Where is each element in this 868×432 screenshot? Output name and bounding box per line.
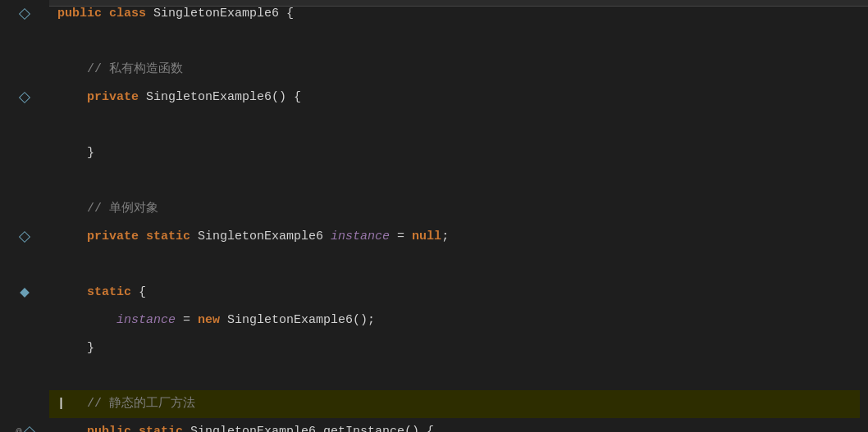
- code-line-7: [57, 167, 860, 195]
- code-line-4: private SingletonExample6() {: [57, 84, 860, 111]
- token-classname: SingletonExample6 {: [153, 0, 294, 28]
- token-indent: [57, 195, 87, 223]
- breakpoint-icon: [19, 92, 30, 103]
- code-line-9: private static SingletonExample6 instanc…: [57, 223, 860, 251]
- breakpoint-icon: [24, 426, 35, 432]
- code-editor: @ public class SingletonExample6 { // 私有…: [0, 0, 868, 432]
- code-content: public class SingletonExample6 { // 私有构造…: [49, 0, 868, 432]
- gutter-line-8: [0, 195, 49, 223]
- token-instance-1: instance: [331, 223, 390, 251]
- gutter-line-2: [0, 28, 49, 56]
- token-assign: =: [390, 223, 412, 251]
- token-indent: [57, 334, 87, 362]
- token-indent: [57, 279, 87, 307]
- gutter-line-13: [0, 334, 49, 362]
- code-line-5: [57, 111, 860, 139]
- token-new: new: [198, 307, 227, 334]
- token-assign-2: =: [176, 307, 198, 334]
- token-class: class: [109, 0, 153, 28]
- token-indent: [57, 84, 87, 111]
- token-return-type: SingletonExample6 getInstance() {: [190, 418, 434, 432]
- token-static-2: static: [87, 279, 139, 307]
- gutter-line-14: [0, 362, 49, 390]
- code-line-10: [57, 251, 860, 279]
- token-instance-2: instance: [116, 307, 176, 334]
- gutter-line-16: @: [0, 418, 49, 432]
- gutter-line-6: [0, 139, 49, 167]
- token-constructor: SingletonExample6() {: [146, 84, 301, 111]
- token-semi: ;: [441, 223, 449, 251]
- gutter-line-9: [0, 223, 49, 251]
- breakpoint-small-icon: [20, 288, 29, 297]
- token-type: SingletonExample6: [198, 223, 331, 251]
- code-line-16: public static SingletonExample6 getInsta…: [57, 418, 860, 432]
- code-line-15: | // 静态的工厂方法: [49, 390, 860, 418]
- token-comment-1: // 私有构造函数: [87, 56, 183, 84]
- token-private-2: private: [87, 223, 146, 251]
- token-indent: [57, 139, 87, 167]
- code-line-6: }: [57, 139, 860, 167]
- token-comment-3: // 静态的工厂方法: [87, 390, 195, 418]
- gutter-line-7: [0, 167, 49, 195]
- token-open-brace: {: [139, 279, 146, 307]
- code-line-3: // 私有构造函数: [57, 56, 860, 84]
- token-indent-2: [57, 307, 116, 334]
- token-indent: [57, 418, 87, 432]
- gutter-line-12: [0, 307, 49, 334]
- token-indent: [57, 56, 87, 84]
- token-new-class: SingletonExample6();: [227, 307, 375, 334]
- code-gutter: @: [0, 0, 49, 432]
- code-line-14: [57, 362, 860, 390]
- gutter-line-15: [0, 390, 49, 418]
- gutter-line-11: [0, 279, 49, 307]
- token-static: static: [146, 223, 198, 251]
- token-null: null: [412, 223, 441, 251]
- token-close-brace-2: }: [87, 334, 94, 362]
- gutter-line-3: [0, 56, 49, 84]
- token-public-2: public: [87, 418, 139, 432]
- cursor-bar: |: [57, 390, 65, 418]
- token-static-3: static: [139, 418, 190, 432]
- token-close-brace: }: [87, 139, 94, 167]
- code-line-8: // 单例对象: [57, 195, 860, 223]
- code-line-11: static {: [57, 279, 860, 307]
- code-line-12: instance = new SingletonExample6();: [57, 307, 860, 334]
- token-public: public: [57, 0, 109, 28]
- code-line-1: public class SingletonExample6 {: [57, 0, 860, 28]
- token-indent: [57, 223, 87, 251]
- token-indent-hl: [65, 390, 87, 418]
- token-comment-2: // 单例对象: [87, 195, 158, 223]
- at-icon: @: [16, 426, 22, 433]
- breakpoint-icon: [19, 8, 30, 20]
- gutter-line-4: [0, 84, 49, 111]
- code-line-2: [57, 28, 860, 56]
- gutter-line-1: [0, 0, 49, 28]
- code-line-13: }: [57, 334, 860, 362]
- gutter-line-10: [0, 251, 49, 279]
- token-private: private: [87, 84, 146, 111]
- gutter-line-5: [0, 111, 49, 139]
- breakpoint-icon: [19, 231, 30, 243]
